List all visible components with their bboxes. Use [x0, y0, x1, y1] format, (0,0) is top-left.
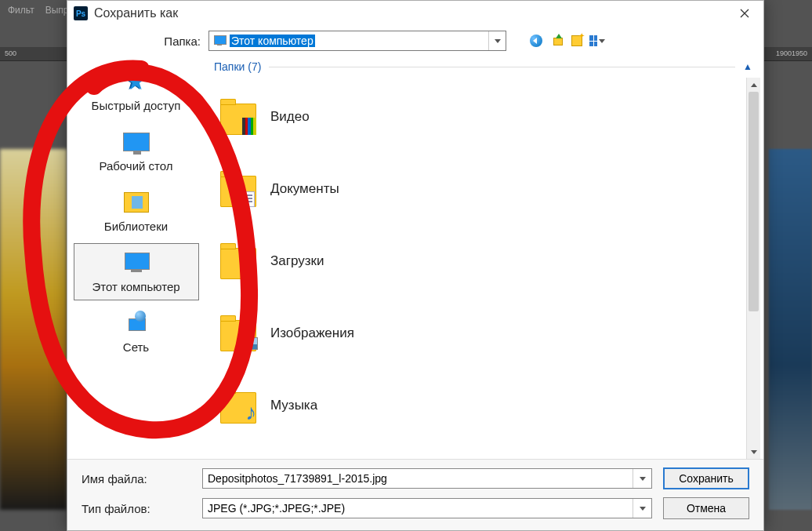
download-overlay-icon: [241, 265, 256, 276]
chevron-down-icon: [751, 450, 757, 454]
place-label: Быстрый доступ: [76, 99, 197, 112]
back-arrow-icon: [530, 35, 542, 47]
filename-value: Depositphotos_71739891_l-2015.jpg: [208, 472, 387, 485]
music-overlay-icon: ♪: [245, 402, 256, 424]
folder-up-icon: [551, 35, 562, 46]
nav-back-button[interactable]: [528, 33, 544, 49]
folder-label: Загрузки: [270, 253, 324, 269]
folder-icon: [219, 242, 258, 281]
folder-item-pictures[interactable]: Изображения: [219, 297, 743, 369]
filetype-combo[interactable]: JPEG (*.JPG;*.JPEG;*.JPE): [202, 498, 652, 518]
dialog-title: Сохранить как: [94, 6, 729, 20]
filetype-label: Тип файлов:: [82, 502, 191, 515]
folder-label: Папка:: [67, 35, 201, 48]
filename-history-dropdown[interactable]: [633, 469, 651, 488]
folder-icon: ♪: [219, 386, 258, 425]
folder-label: Изображения: [270, 326, 354, 341]
picture-overlay-icon: [237, 337, 258, 350]
folders-group-title: Папки (7): [214, 60, 261, 73]
folder-icon: [219, 314, 258, 353]
close-icon: [740, 9, 749, 18]
chevron-down-icon: [495, 39, 501, 43]
folder-combo[interactable]: Этот компьютер: [208, 31, 506, 51]
scrollbar-track[interactable]: [747, 92, 760, 445]
video-overlay-icon: [242, 118, 256, 135]
new-folder-button[interactable]: [569, 33, 585, 49]
folder-combo-value: Этот компьютер: [230, 35, 315, 47]
this-pc-icon: [121, 253, 151, 273]
network-icon: [124, 312, 149, 334]
folder-item-downloads[interactable]: Загрузки: [219, 225, 743, 297]
place-label: Сеть: [76, 340, 197, 354]
folder-icon: [219, 169, 258, 209]
this-pc-mini-icon: [212, 35, 227, 46]
filetype-dropdown[interactable]: [633, 499, 651, 518]
star-icon: ★: [125, 70, 147, 93]
photoshop-canvas-right: [769, 149, 812, 510]
place-label: Этот компьютер: [76, 280, 197, 293]
vertical-scrollbar[interactable]: [746, 78, 760, 459]
collapse-group-button[interactable]: ▲: [743, 61, 752, 72]
photoshop-app-icon: Ps: [74, 6, 88, 20]
desktop-icon: [123, 133, 150, 151]
chevron-down-icon: [640, 507, 646, 511]
place-label: Рабочий стол: [76, 159, 197, 173]
save-button[interactable]: Сохранить: [663, 467, 749, 489]
filename-input[interactable]: Depositphotos_71739891_l-2015.jpg: [202, 468, 652, 489]
scroll-down-button[interactable]: [747, 445, 760, 459]
folder-toolbar: Папка: Этот компьютер: [67, 26, 763, 56]
folder-icon: [219, 97, 258, 136]
save-as-dialog: Ps Сохранить как Папка: Этот компьютер ★…: [67, 0, 764, 531]
filetype-value: JPEG (*.JPG;*.JPEG;*.JPE): [208, 502, 345, 515]
view-grid-icon: [589, 35, 597, 46]
place-libraries[interactable]: Библиотеки: [74, 183, 199, 240]
folder-combo-dropdown[interactable]: [488, 31, 506, 50]
dialog-titlebar: Ps Сохранить как: [67, 1, 763, 26]
chevron-up-icon: [751, 83, 757, 87]
place-label: Библиотеки: [76, 220, 197, 233]
close-button[interactable]: [729, 2, 760, 24]
folder-item-videos[interactable]: Видео: [219, 81, 743, 153]
chevron-down-icon: [599, 39, 605, 43]
folder-label: Документы: [270, 181, 339, 197]
document-overlay-icon: [242, 191, 255, 207]
folder-label: Музыка: [270, 398, 317, 413]
place-network[interactable]: Сеть: [74, 304, 199, 361]
scroll-up-button[interactable]: [747, 78, 760, 92]
new-folder-icon: [571, 35, 582, 46]
view-menu-button[interactable]: [589, 33, 605, 49]
filename-label: Имя файла:: [82, 472, 191, 486]
nav-up-button[interactable]: [549, 33, 564, 49]
file-pane: Папки (7) ▲ Видео Документы За: [205, 56, 763, 459]
libraries-icon: [124, 192, 149, 213]
folder-item-music[interactable]: ♪ Музыка: [219, 369, 743, 442]
places-sidebar: ★ Быстрый доступ Рабочий стол Библиотеки…: [67, 56, 205, 459]
folder-item-documents[interactable]: Документы: [219, 153, 743, 225]
place-desktop[interactable]: Рабочий стол: [74, 122, 199, 180]
cancel-button[interactable]: Отмена: [663, 497, 749, 519]
photoshop-canvas-left: [0, 149, 67, 510]
folder-label: Видео: [270, 109, 310, 125]
place-this-pc[interactable]: Этот компьютер: [74, 243, 199, 300]
folders-group-header: Папки (7) ▲: [205, 56, 760, 78]
scrollbar-thumb[interactable]: [749, 92, 759, 311]
dialog-bottom-panel: Имя файла: Depositphotos_71739891_l-2015…: [67, 459, 763, 530]
folders-list[interactable]: Видео Документы Загрузки Изображения: [205, 78, 746, 459]
place-quick-access[interactable]: ★ Быстрый доступ: [74, 62, 199, 119]
chevron-down-icon: [640, 477, 646, 481]
